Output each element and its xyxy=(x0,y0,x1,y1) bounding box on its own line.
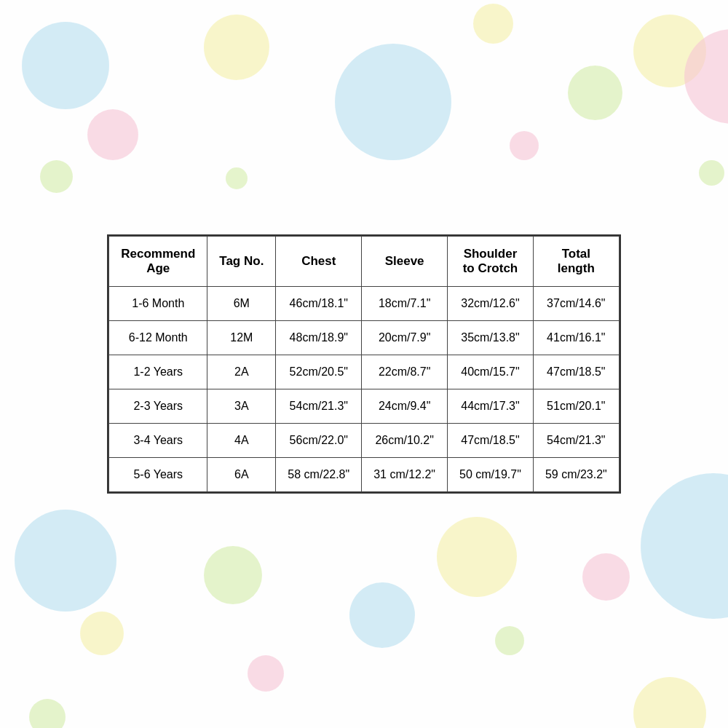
table-cell: 35cm/13.8" xyxy=(448,321,534,355)
table-header: Chest xyxy=(276,237,362,287)
table-cell: 31 cm/12.2" xyxy=(362,458,448,492)
table-cell: 6-12 Month xyxy=(109,321,207,355)
table-cell: 1-6 Month xyxy=(109,287,207,321)
table-header: Sleeve xyxy=(362,237,448,287)
table-header: Totallength xyxy=(533,237,619,287)
table-cell: 59 cm/23.2" xyxy=(533,458,619,492)
table-row: 3-4 Years4A56cm/22.0"26cm/10.2"47cm/18.5… xyxy=(109,424,619,458)
table-cell: 54cm/21.3" xyxy=(276,389,362,424)
table-cell: 6M xyxy=(207,287,276,321)
main-content: RecommendAgeTag No.ChestSleeveShoulderto… xyxy=(0,0,728,728)
table-cell: 2A xyxy=(207,355,276,389)
table-cell: 48cm/18.9" xyxy=(276,321,362,355)
table-row: 5-6 Years6A58 cm/22.8"31 cm/12.2"50 cm/1… xyxy=(109,458,619,492)
table-cell: 56cm/22.0" xyxy=(276,424,362,458)
table-cell: 50 cm/19.7" xyxy=(448,458,534,492)
table-cell: 54cm/21.3" xyxy=(533,424,619,458)
table-cell: 3A xyxy=(207,389,276,424)
table-cell: 46cm/18.1" xyxy=(276,287,362,321)
table-cell: 6A xyxy=(207,458,276,492)
table-cell: 51cm/20.1" xyxy=(533,389,619,424)
table-cell: 20cm/7.9" xyxy=(362,321,448,355)
table-cell: 40cm/15.7" xyxy=(448,355,534,389)
table-cell: 3-4 Years xyxy=(109,424,207,458)
table-header: Shoulderto Crotch xyxy=(448,237,534,287)
table-cell: 18cm/7.1" xyxy=(362,287,448,321)
table-row: 1-6 Month6M46cm/18.1"18cm/7.1"32cm/12.6"… xyxy=(109,287,619,321)
table-cell: 47cm/18.5" xyxy=(448,424,534,458)
table-row: 2-3 Years3A54cm/21.3"24cm/9.4"44cm/17.3"… xyxy=(109,389,619,424)
table-cell: 26cm/10.2" xyxy=(362,424,448,458)
table-header: Tag No. xyxy=(207,237,276,287)
table-cell: 47cm/18.5" xyxy=(533,355,619,389)
size-chart-wrapper: RecommendAgeTag No.ChestSleeveShoulderto… xyxy=(107,234,620,494)
size-chart-table: RecommendAgeTag No.ChestSleeveShoulderto… xyxy=(108,236,619,492)
table-row: 1-2 Years2A52cm/20.5"22cm/8.7"40cm/15.7"… xyxy=(109,355,619,389)
table-cell: 52cm/20.5" xyxy=(276,355,362,389)
table-cell: 22cm/8.7" xyxy=(362,355,448,389)
table-cell: 12M xyxy=(207,321,276,355)
table-cell: 58 cm/22.8" xyxy=(276,458,362,492)
table-cell: 5-6 Years xyxy=(109,458,207,492)
table-cell: 1-2 Years xyxy=(109,355,207,389)
table-cell: 4A xyxy=(207,424,276,458)
table-cell: 24cm/9.4" xyxy=(362,389,448,424)
table-row: 6-12 Month12M48cm/18.9"20cm/7.9"35cm/13.… xyxy=(109,321,619,355)
table-cell: 37cm/14.6" xyxy=(533,287,619,321)
table-cell: 41cm/16.1" xyxy=(533,321,619,355)
table-cell: 32cm/12.6" xyxy=(448,287,534,321)
table-cell: 2-3 Years xyxy=(109,389,207,424)
table-cell: 44cm/17.3" xyxy=(448,389,534,424)
table-header: RecommendAge xyxy=(109,237,207,287)
